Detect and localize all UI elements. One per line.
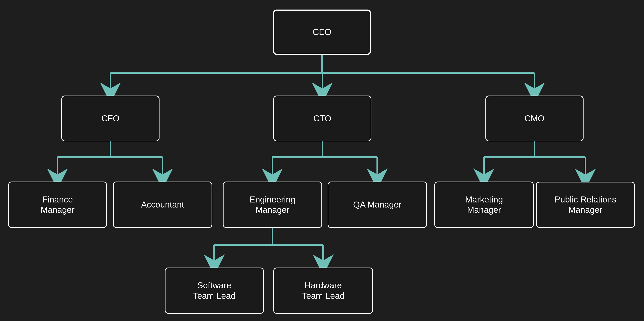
node-hardware-team-lead: HardwareTeam Lead xyxy=(273,268,373,314)
org-chart: CEO CFO CTO CMO FinanceManager Accountan… xyxy=(0,0,644,321)
node-ceo: CEO xyxy=(273,9,371,55)
node-cmo: CMO xyxy=(486,96,584,141)
node-software-team-lead: SoftwareTeam Lead xyxy=(165,268,264,314)
node-accountant: Accountant xyxy=(113,181,212,228)
node-pr-manager: Public RelationsManager xyxy=(536,182,635,228)
node-cto: CTO xyxy=(273,96,372,141)
node-cfo: CFO xyxy=(62,96,160,141)
node-finance-manager: FinanceManager xyxy=(8,181,107,228)
node-marketing-manager: MarketingManager xyxy=(434,181,534,228)
node-engineering-manager: EngineeringManager xyxy=(223,181,322,228)
node-qa-manager: QA Manager xyxy=(328,181,427,228)
